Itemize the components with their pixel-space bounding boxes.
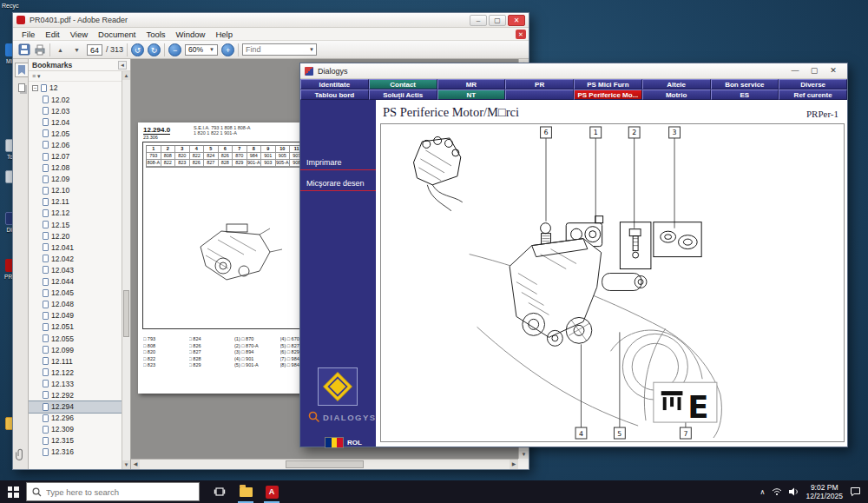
menu-file[interactable]: File [16,30,40,39]
bookmark-item[interactable]: 12.111 [29,355,122,367]
taskbar-clock[interactable]: 9:02 PM 12/21/2025 [806,483,843,500]
callout-top-3[interactable]: 2 [628,127,640,138]
bookmark-item[interactable]: 12.045 [29,288,122,299]
bookmark-root-item[interactable]: − 12 [29,82,130,94]
document-close-button[interactable]: ✕ [516,30,526,39]
scroll-down-arrow[interactable]: ▼ [122,460,130,469]
menu-help[interactable]: Help [210,30,238,39]
volume-icon[interactable] [789,487,799,496]
bookmark-item[interactable]: 12.048 [29,299,122,310]
callout-bottom-1[interactable]: 4 [575,427,587,439]
search-input[interactable] [46,487,194,497]
scrollbar-thumb[interactable] [286,460,364,468]
dialogys-tab-row2[interactable]: ES [711,89,779,100]
scrollbar-thumb[interactable] [123,290,129,337]
dialogys-tab-row1[interactable]: Altele [642,79,711,89]
dialogys-tab-row1[interactable]: MR [437,79,506,89]
bookmark-item[interactable]: 12.122 [29,367,122,378]
attachments-tab[interactable] [16,448,25,464]
dialogys-tab-row1[interactable]: Bon service [711,79,779,89]
zoom-out-button[interactable]: − [168,43,181,56]
menu-tools[interactable]: Tools [141,30,170,39]
zoom-in-button[interactable]: + [221,43,234,56]
dialogys-tab-row2[interactable]: Motrio [642,89,711,100]
menu-window[interactable]: Window [171,30,211,39]
scroll-left-arrow[interactable]: ◀ [131,460,140,469]
bookmark-item[interactable]: 12.294 [29,401,122,413]
save-icon[interactable] [18,43,30,56]
dialogys-tab-row2[interactable]: Ref curente [779,89,847,100]
previous-view-button[interactable]: ↺ [131,43,144,56]
bookmark-item[interactable]: 12.11 [29,196,122,208]
shrink-drawing-button[interactable]: Micşorare desen [300,176,376,191]
dialogys-tab-row1[interactable]: Diverse [779,79,847,89]
bookmarks-tab[interactable] [15,63,28,77]
dialogys-tab-row1[interactable]: Contact [369,79,437,89]
bookmark-item[interactable]: 12.06 [29,139,122,150]
task-view-button[interactable] [207,480,233,503]
bookmark-item[interactable]: 12.15 [29,219,122,230]
desktop-icon-recycle-label[interactable]: Recyc [2,3,18,9]
bookmark-item[interactable]: 12.049 [29,310,122,321]
bookmark-item[interactable]: 12.296 [29,413,122,424]
menu-view[interactable]: View [65,30,93,39]
menu-edit[interactable]: Edit [40,30,64,39]
network-icon[interactable] [772,487,782,496]
find-input-field[interactable] [243,45,309,54]
dialogys-tab-row1[interactable]: PS Mici Furn [574,79,642,89]
bookmark-item[interactable]: 12.07 [29,150,122,162]
dialogys-tab-row2[interactable]: Soluţii Actis [369,89,437,100]
scroll-right-arrow[interactable]: ▶ [510,460,518,469]
file-explorer-button[interactable] [233,480,259,503]
callout-top-1[interactable]: 6 [541,127,552,138]
callout-top-2[interactable]: 1 [590,127,602,138]
bookmark-item[interactable]: 12.05 [29,128,122,139]
bookmark-item[interactable]: 12.051 [29,321,122,333]
next-view-button[interactable]: ↻ [148,43,161,56]
find-input[interactable]: ▼ [242,43,317,56]
previous-page-button[interactable]: ▲ [54,43,67,56]
maximize-button[interactable]: ▢ [489,15,506,26]
bookmark-item[interactable]: 12.04 [29,116,122,128]
close-button[interactable]: ✕ [508,15,525,26]
bookmark-item[interactable]: 12.20 [29,230,122,242]
menu-document[interactable]: Document [93,30,141,39]
bookmark-item[interactable]: 12.315 [29,435,122,447]
dialogys-tab-row2[interactable] [505,89,574,100]
bookmark-item[interactable]: 12.316 [29,447,122,458]
collapse-panel-button[interactable]: ◄ [118,61,127,69]
bookmark-item[interactable]: 12.08 [29,162,122,174]
horizontal-scrollbar[interactable]: ◀ ▶ [131,459,518,469]
collapse-node-icon[interactable]: − [32,85,38,91]
bookmark-item[interactable]: 12.055 [29,333,122,344]
tray-overflow-chevron-icon[interactable]: ∧ [760,488,766,496]
bookmark-item[interactable]: 12.042 [29,253,122,264]
adobe-reader-button[interactable]: A [259,480,285,503]
scroll-up-arrow[interactable]: ▲ [122,71,130,80]
dialogys-tab-row1[interactable]: PR [505,79,574,89]
bookmark-item[interactable]: 12.09 [29,174,122,185]
bookmark-item[interactable]: 12.309 [29,424,122,435]
dialogys-tab-row2[interactable]: NT [437,89,506,100]
title-bar[interactable]: Dialogys — ▢ ✕ [300,63,847,79]
title-bar[interactable]: PR0401.pdf - Adobe Reader – ▢ ✕ [13,13,529,28]
taskbar-search[interactable] [26,482,200,501]
bookmark-item[interactable]: 12.12 [29,208,122,219]
bookmarks-scrollbar[interactable]: ▲ ▼ [122,71,130,469]
bookmarks-options-button[interactable]: ≡ ▾ [32,73,41,80]
page-number-input[interactable]: 64 [87,44,102,56]
close-button[interactable]: ✕ [824,65,843,77]
callout-bottom-2[interactable]: 5 [614,427,625,439]
action-center-icon[interactable] [850,486,861,497]
bookmark-item[interactable]: 12.03 [29,105,122,116]
bookmark-item[interactable]: 12.02 [29,94,122,105]
callout-bottom-3[interactable]: 7 [680,427,691,439]
bookmark-item[interactable]: 12.099 [29,344,122,355]
bookmark-item[interactable]: 12.292 [29,389,122,400]
next-page-button[interactable]: ▼ [70,43,83,56]
dialogys-tab-row2[interactable]: Tablou bord [300,89,369,100]
callout-top-4[interactable]: 3 [669,127,681,138]
minimize-button[interactable]: — [786,65,805,77]
dialogys-tab-row1[interactable]: Identitate [300,79,369,89]
bookmark-item[interactable]: 12.043 [29,264,122,275]
